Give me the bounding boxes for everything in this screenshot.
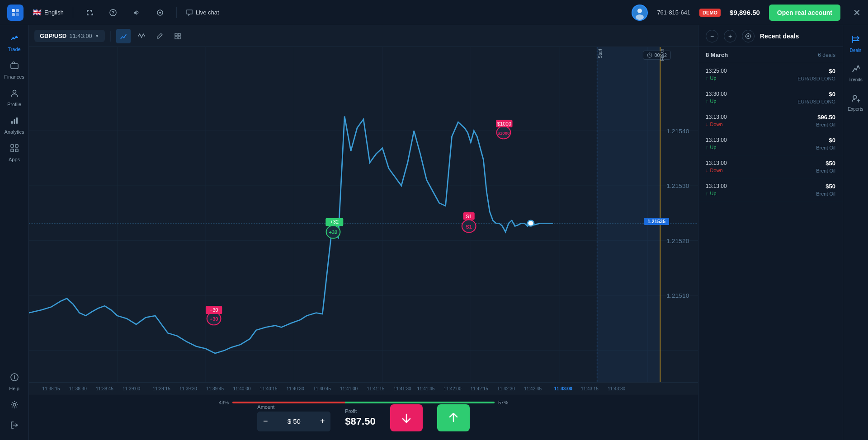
sidebar-item-apps[interactable]: Apps <box>0 139 28 167</box>
tool-grid-btn[interactable] <box>170 29 185 43</box>
countdown-badge: 00:42 <box>643 51 671 60</box>
deal-item-5[interactable]: 13:13:00 ↑ Up $50 Brent Oil <box>698 178 843 201</box>
volume-btn[interactable] <box>129 5 144 20</box>
trade-down-btn[interactable] <box>390 404 423 431</box>
time-label-8: 11:40:15 <box>260 386 278 391</box>
help-icon: i <box>10 373 19 384</box>
svg-point-22 <box>13 403 16 406</box>
time-label-2: 11:38:45 <box>96 386 113 391</box>
deal-item-1[interactable]: 13:30:00 ↑ Up $0 EUR/USD LONG <box>698 86 843 109</box>
deals-date: 8 March <box>706 51 728 58</box>
frs-item-deals[interactable]: Deals <box>843 29 868 58</box>
deal-amount-4: $50 <box>816 160 835 167</box>
bottom-panel: 43% 57% Amount − + Profit $87.50 <box>29 395 698 440</box>
deal-direction-5: Up <box>710 191 717 196</box>
time-label-5: 11:39:30 <box>179 386 197 391</box>
deal-arrow-5: ↑ <box>706 191 708 196</box>
deals-sidebar-icon <box>851 34 861 47</box>
help-btn[interactable]: ? <box>106 5 120 20</box>
sidebar-item-trade[interactable]: Trade <box>0 29 28 56</box>
rp-plus-btn[interactable]: + <box>724 30 736 42</box>
tool-line-btn[interactable] <box>116 29 131 43</box>
sidebar-item-settings[interactable] <box>0 396 28 416</box>
svg-point-9 <box>637 9 642 13</box>
app-logo[interactable] <box>7 5 24 21</box>
deal-item-3[interactable]: 13:13:00 ↑ Up $0 Brent Oil <box>698 132 843 155</box>
svg-text:i: i <box>14 374 15 380</box>
time-label-6: 11:39:45 <box>206 386 224 391</box>
deal-arrow-0: ↑ <box>706 75 708 81</box>
time-label-20: 11:43:30 <box>608 386 625 391</box>
deal-item-0[interactable]: 13:25:00 ↑ Up $0 EUR/USD LONG <box>698 63 843 86</box>
live-chat-btn[interactable]: Live chat <box>186 9 219 16</box>
deal-time-1: 13:30:00 <box>706 91 727 97</box>
deal-direction-4: Down <box>710 168 723 173</box>
nav-divider-1 <box>73 7 73 18</box>
deal-amount-2: $96.50 <box>816 114 835 121</box>
apps-icon <box>10 144 19 155</box>
deal-item-2[interactable]: 13:13:00 ↓ Down $96.50 Brent Oil <box>698 109 843 132</box>
svg-text:$1000: $1000 <box>497 131 509 136</box>
sidebar-item-analytics[interactable]: Analytics <box>0 112 28 139</box>
tool-zigzag-btn[interactable] <box>134 29 149 43</box>
time-label-18: 11:42:45 <box>524 386 542 391</box>
sidebar-item-logout[interactable] <box>0 416 28 436</box>
rp-minus-btn[interactable]: − <box>706 30 718 42</box>
amount-increase-btn[interactable]: + <box>314 412 330 431</box>
svg-text:1.21530: 1.21530 <box>666 183 689 189</box>
deal-dir-3: ↑ Up <box>706 145 727 150</box>
time-label-7: 11:40:00 <box>233 386 250 391</box>
deal-direction-0: Up <box>710 75 717 81</box>
deal-amount-0: $0 <box>797 68 835 75</box>
deal-dir-2: ↓ Down <box>706 122 727 127</box>
amount-decrease-btn[interactable]: − <box>257 412 274 431</box>
logout-icon <box>10 421 19 432</box>
deal-item-4[interactable]: 13:13:00 ↓ Down $50 Brent Oil <box>698 155 843 178</box>
svg-text:?: ? <box>112 10 114 15</box>
frs-item-trends[interactable]: Trends <box>843 58 868 88</box>
chart-toolbar: GBP/USD 11:43:00 ▼ <box>29 25 698 47</box>
svg-rect-13 <box>11 121 13 124</box>
time-label-12: 11:41:15 <box>367 386 384 391</box>
rp-target-btn[interactable] <box>742 30 755 42</box>
pair-selector[interactable]: GBP/USD 11:43:00 ▼ <box>34 30 105 42</box>
user-avatar <box>632 5 648 21</box>
time-label-9: 11:40:30 <box>287 386 304 391</box>
amount-input[interactable] <box>274 412 314 431</box>
tool-pencil-btn[interactable] <box>152 29 167 43</box>
chart-area: GBP/USD 11:43:00 ▼ <box>29 25 698 440</box>
deal-dir-5: ↑ Up <box>706 191 727 196</box>
sidebar-item-finances[interactable]: Finances <box>0 56 28 84</box>
fullscreen-btn[interactable] <box>82 5 97 20</box>
language-label: English <box>44 9 64 16</box>
progress-right-pct: 57% <box>498 400 508 405</box>
target-btn[interactable] <box>153 5 167 20</box>
sidebar-item-profile[interactable]: Profile <box>0 84 28 112</box>
user-id: 761-815-641 <box>657 9 690 16</box>
trade-up-btn[interactable] <box>437 404 470 431</box>
rp-title: Recent deals <box>760 33 835 40</box>
time-label-17: 11:42:30 <box>497 386 515 391</box>
sidebar-trade-label: Trade <box>8 47 20 52</box>
right-panel: − + Recent deals 8 March 6 deals 13:25:0… <box>698 25 843 440</box>
sidebar-analytics-label: Analytics <box>4 129 24 135</box>
deal-time-2: 13:13:00 <box>706 114 727 120</box>
svg-text:1.21510: 1.21510 <box>666 293 689 299</box>
deal-dir-4: ↓ Down <box>706 168 727 173</box>
svg-rect-3 <box>16 13 19 16</box>
svg-rect-25 <box>175 37 177 39</box>
language-selector[interactable]: 🇬🇧 English <box>33 8 64 17</box>
start-label: Start <box>598 49 603 58</box>
frs-item-experts[interactable]: Experts <box>843 88 868 117</box>
balance: $9,896.50 <box>730 9 760 16</box>
svg-text:S1: S1 <box>466 214 472 219</box>
frs-deals-label: Deals <box>850 48 862 53</box>
time-axis: 11:38:15 11:38:30 11:38:45 11:39:00 11:3… <box>29 382 698 395</box>
pair-time: 11:43:00 <box>69 33 92 39</box>
svg-rect-11 <box>11 64 18 69</box>
nav-divider-2 <box>176 7 177 18</box>
trade-icon <box>10 33 19 45</box>
close-btn[interactable]: ✕ <box>853 7 861 18</box>
open-account-button[interactable]: Open real account <box>769 5 840 21</box>
sidebar-item-help[interactable]: i Help <box>0 368 28 396</box>
